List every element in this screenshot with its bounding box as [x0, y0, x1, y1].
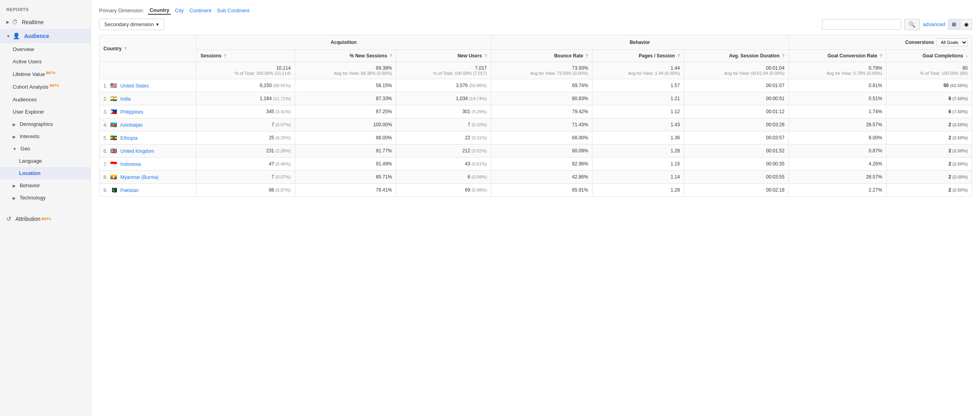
goal-completions-cell: 6 (7.50%) [886, 92, 972, 105]
table-row: 8. 🇲🇲 Myanmar (Burma) 7 (0.07%) 85.71% 6… [99, 171, 972, 184]
avg-session-duration-cell: 00:02:18 [684, 184, 789, 197]
table-row: 6. 🇬🇧 United Kingdom 231 (2.28%) 91.77% … [99, 144, 972, 158]
technology-label: Technology [19, 195, 46, 201]
country-cell: 7. 🇮🇩 Indonesia [99, 158, 197, 171]
pages-session-cell: 1.28 [592, 184, 684, 197]
behavior-group-header: Behavior [491, 35, 789, 50]
goal-completions-cell: 6 (7.50%) [886, 105, 972, 118]
sidebar-item-overview[interactable]: Overview [0, 43, 91, 55]
avg-session-duration-header: Avg. Session Duration ? [684, 50, 789, 62]
demographics-label: Demographics [20, 121, 53, 127]
country-link[interactable]: Azerbaijan [120, 122, 143, 128]
country-link[interactable]: United States [120, 83, 149, 89]
country-link[interactable]: India [120, 96, 131, 102]
pct-new-sessions-cell: 100.00% [295, 118, 396, 131]
attribution-beta: BETA [42, 217, 51, 221]
sidebar-item-geo[interactable]: ▼ Geo [0, 142, 91, 155]
sessions-cell: 345 (3.41%) [197, 105, 295, 118]
goal-completions-cell: 2 (2.50%) [886, 144, 972, 158]
grid-view-button[interactable]: ⊞ [948, 19, 960, 30]
sidebar-item-language[interactable]: Language [0, 155, 91, 167]
bounce-rate-help-icon[interactable]: ? [586, 54, 588, 58]
data-table: Country ? Acquisition Behavior Conversio… [99, 35, 972, 197]
bounce-rate-cell: 69.74% [491, 79, 592, 92]
avg-session-duration-help-icon[interactable]: ? [782, 54, 785, 58]
dim-tab-city[interactable]: City [173, 7, 185, 14]
sidebar-item-interests[interactable]: ▶ Interests [0, 130, 91, 142]
pages-session-help-icon[interactable]: ? [678, 54, 680, 58]
country-cell: 4. 🇦🇿 Azerbaijan [99, 118, 197, 131]
sidebar-item-user-explorer[interactable]: User Explorer [0, 106, 91, 118]
bounce-rate-cell: 65.91% [491, 184, 592, 197]
dim-tab-sub-continent[interactable]: Sub Continent [215, 7, 251, 14]
goal-conversion-rate-cell: 0.51% [789, 92, 886, 105]
geo-label: Geo [21, 146, 31, 152]
dim-tab-continent[interactable]: Continent [188, 7, 213, 14]
sidebar-item-audience[interactable]: ▼ 👤 Audience [0, 29, 91, 43]
avg-session-duration-cell: 00:03:28 [684, 118, 789, 131]
goal-conversion-rate-header: Goal Conversion Rate ? [789, 50, 886, 62]
interests-label: Interests [20, 133, 40, 139]
attribution-label: Attribution [15, 216, 40, 222]
sidebar-item-active-users[interactable]: Active Users [0, 55, 91, 68]
pie-view-button[interactable]: ◉ [961, 19, 972, 30]
country-link[interactable]: Philippines [120, 109, 143, 115]
goal-completions-cell: 2 (2.50%) [886, 171, 972, 184]
country-link[interactable]: Myanmar (Burma) [120, 175, 159, 180]
pages-session-cell: 1.15 [592, 158, 684, 171]
avg-session-duration-cell: 00:00:35 [684, 158, 789, 171]
sidebar-item-demographics[interactable]: ▶ Demographics [0, 118, 91, 130]
row-num: 2. [103, 96, 107, 102]
table-row: 1. 🇺🇸 United States 6,150 (60.81%) 58.15… [99, 79, 972, 92]
new-users-cell: 7 (0.10%) [396, 118, 491, 131]
sessions-cell: 231 (2.28%) [197, 144, 295, 158]
controls-bar: Secondary dimension ▾ 🔍 advanced ⊞ ◉ [99, 19, 972, 30]
country-link[interactable]: Pakistan [120, 188, 139, 193]
new-users-cell: 212 (3.02%) [396, 144, 491, 158]
secondary-dimension-label: Secondary dimension [104, 21, 154, 27]
search-input[interactable] [822, 19, 901, 30]
secondary-dimension-button[interactable]: Secondary dimension ▾ [99, 19, 164, 30]
country-help-icon[interactable]: ? [124, 47, 126, 51]
main-content: Primary Dimension: Country City Continen… [91, 0, 980, 416]
country-cell: 1. 🇺🇸 United States [99, 79, 197, 92]
new-users-help-icon[interactable]: ? [484, 54, 487, 58]
pct-new-sessions-cell: 87.33% [295, 92, 396, 105]
sidebar-item-audiences[interactable]: Audiences [0, 93, 91, 106]
sessions-cell: 6,150 (60.81%) [197, 79, 295, 92]
pct-new-sessions-help-icon[interactable]: ? [390, 54, 392, 58]
sidebar-item-lifetime-value[interactable]: Lifetime ValueBETA [0, 68, 91, 80]
primary-dimension-label: Primary Dimension: [99, 8, 144, 13]
goal-completions-cell: 2 (2.50%) [886, 118, 972, 131]
sidebar-item-technology[interactable]: ▶ Technology [0, 192, 91, 204]
totals-pct-new-sessions: 69.38% Avg for View: 69.38% (0.00%) [295, 62, 396, 79]
sidebar-item-cohort-analysis[interactable]: Cohort AnalysisBETA [0, 80, 91, 93]
advanced-link[interactable]: advanced [923, 21, 945, 27]
sidebar-item-location[interactable]: Location [0, 167, 91, 179]
country-link[interactable]: Ethiopia [120, 135, 138, 141]
sessions-cell: 47 (0.46%) [197, 158, 295, 171]
country-link[interactable]: United Kingdom [120, 148, 154, 154]
row-num: 8. [103, 175, 107, 180]
goal-conversion-rate-help-icon[interactable]: ? [880, 54, 882, 58]
sidebar-item-behavior[interactable]: ▶ Behavior [0, 179, 91, 192]
sidebar-item-attribution[interactable]: ↺ Attribution BETA [0, 212, 91, 226]
country-link[interactable]: Indonesia [120, 161, 141, 167]
new-users-cell: 69 (0.98%) [396, 184, 491, 197]
country-cell: 3. 🇵🇭 Philippines [99, 105, 197, 118]
new-users-cell: 22 (0.31%) [396, 131, 491, 144]
technology-arrow: ▶ [13, 196, 16, 200]
pct-new-sessions-cell: 91.77% [295, 144, 396, 158]
sort-icon: ↓ [966, 54, 968, 58]
search-button[interactable]: 🔍 [904, 19, 920, 30]
new-users-cell: 6 (0.09%) [396, 171, 491, 184]
totals-sessions: 10,114 % of Total: 100.00% (10,114) [197, 62, 295, 79]
realtime-icon: ⏱ [12, 19, 18, 25]
new-users-cell: 43 (0.61%) [396, 158, 491, 171]
table-row: 4. 🇦🇿 Azerbaijan 7 (0.07%) 100.00% 7 (0.… [99, 118, 972, 131]
sessions-help-icon[interactable]: ? [224, 54, 226, 58]
all-goals-select[interactable]: All Goals [936, 38, 968, 46]
sidebar-item-realtime[interactable]: ▶ ⏱ Realtime [0, 15, 91, 29]
cohort-analysis-beta: BETA [50, 84, 59, 87]
dim-tab-country[interactable]: Country [148, 6, 171, 15]
